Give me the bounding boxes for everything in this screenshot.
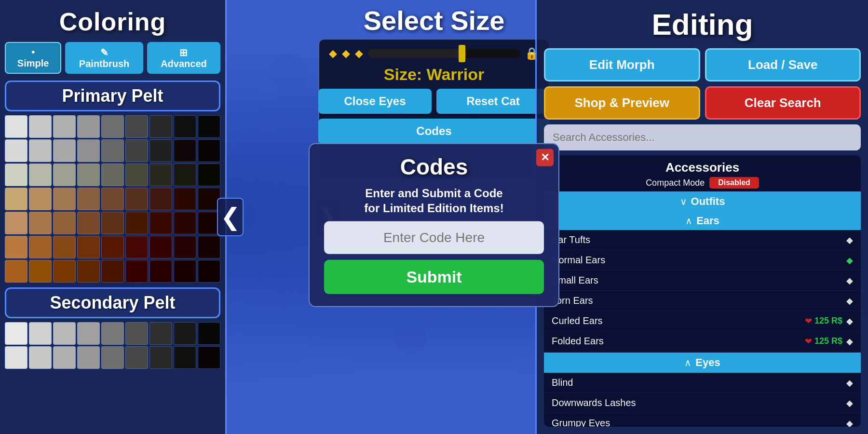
search-accessories-input[interactable] (544, 124, 861, 150)
color-cell[interactable] (125, 236, 148, 258)
color-cell[interactable] (5, 322, 27, 345)
color-cell[interactable] (149, 346, 172, 369)
color-cell[interactable] (5, 163, 27, 186)
color-cell[interactable] (29, 139, 52, 162)
color-cell[interactable] (53, 163, 76, 186)
color-cell[interactable] (174, 236, 196, 258)
color-cell[interactable] (198, 346, 220, 369)
color-cell[interactable] (101, 236, 124, 258)
load-save-button[interactable]: Load / Save (705, 48, 861, 81)
color-cell[interactable] (174, 139, 196, 162)
color-cell[interactable] (174, 163, 196, 186)
color-cell[interactable] (149, 260, 172, 283)
color-cell[interactable] (29, 212, 52, 234)
color-cell[interactable] (174, 115, 196, 138)
color-cell[interactable] (125, 163, 148, 186)
color-cell[interactable] (77, 346, 100, 369)
color-cell[interactable] (101, 322, 124, 345)
color-cell[interactable] (149, 115, 172, 138)
color-cell[interactable] (29, 236, 52, 258)
color-cell[interactable] (77, 163, 100, 186)
paintbrush-mode-button[interactable]: ✎ Paintbrush (65, 42, 143, 74)
color-cell[interactable] (77, 188, 100, 210)
eyes-category-header[interactable]: ∧ Eyes (544, 353, 861, 373)
color-cell[interactable] (5, 236, 27, 258)
color-cell[interactable] (53, 322, 76, 345)
color-cell[interactable] (5, 212, 27, 234)
color-cell[interactable] (125, 115, 148, 138)
outfits-category-header[interactable]: ∨ Outfits (544, 191, 861, 212)
color-cell[interactable] (77, 236, 100, 258)
color-cell[interactable] (198, 139, 220, 162)
color-cell[interactable] (101, 163, 124, 186)
shop-preview-button[interactable]: Shop & Preview (544, 86, 700, 120)
small-ears-item[interactable]: Small Ears ◆ (544, 271, 861, 291)
reset-cat-button[interactable]: Reset Cat (436, 89, 550, 114)
color-cell[interactable] (53, 115, 76, 138)
color-cell[interactable] (174, 212, 196, 234)
color-cell[interactable] (101, 115, 124, 138)
curled-ears-item[interactable]: Curled Ears ❤ 125 R$ ◆ (544, 311, 861, 331)
color-cell[interactable] (29, 346, 52, 369)
advanced-mode-button[interactable]: ⊞ Advanced (147, 42, 220, 74)
color-cell[interactable] (174, 346, 196, 369)
color-cell[interactable] (125, 139, 148, 162)
modal-close-button[interactable]: ✕ (536, 149, 554, 166)
color-cell[interactable] (77, 212, 100, 234)
color-cell[interactable] (77, 139, 100, 162)
color-cell[interactable] (29, 163, 52, 186)
color-cell[interactable] (53, 260, 76, 283)
color-cell[interactable] (77, 322, 100, 345)
color-cell[interactable] (174, 260, 196, 283)
color-cell[interactable] (125, 212, 148, 234)
color-cell[interactable] (149, 139, 172, 162)
ears-subcategory-header[interactable]: ∧ Ears (544, 212, 861, 230)
nav-arrow-left[interactable]: ❮ (217, 198, 244, 236)
color-cell[interactable] (5, 139, 27, 162)
color-cell[interactable] (198, 115, 220, 138)
color-cell[interactable] (174, 322, 196, 345)
color-cell[interactable] (53, 346, 76, 369)
compact-mode-badge[interactable]: Disabled (709, 177, 759, 189)
size-slider-thumb[interactable] (459, 45, 465, 62)
ear-tufts-item[interactable]: Ear Tufts ◆ (544, 230, 861, 250)
color-cell[interactable] (101, 188, 124, 210)
color-cell[interactable] (101, 260, 124, 283)
color-cell[interactable] (125, 188, 148, 210)
color-cell[interactable] (198, 322, 220, 345)
codes-button[interactable]: Codes (318, 119, 550, 144)
color-cell[interactable] (29, 260, 52, 283)
color-cell[interactable] (29, 188, 52, 210)
color-cell[interactable] (53, 139, 76, 162)
color-cell[interactable] (5, 346, 27, 369)
color-cell[interactable] (29, 115, 52, 138)
color-cell[interactable] (5, 188, 27, 210)
color-cell[interactable] (77, 260, 100, 283)
color-cell[interactable] (149, 322, 172, 345)
clear-search-button[interactable]: Clear Search (705, 86, 861, 120)
normal-ears-item[interactable]: Normal Ears ◆ (544, 250, 861, 271)
submit-button[interactable]: Submit (324, 260, 544, 294)
torn-ears-item[interactable]: Torn Ears ◆ (544, 291, 861, 311)
color-cell[interactable] (77, 115, 100, 138)
color-cell[interactable] (198, 260, 220, 283)
color-cell[interactable] (5, 260, 27, 283)
size-slider[interactable] (368, 49, 520, 58)
color-cell[interactable] (149, 188, 172, 210)
color-cell[interactable] (29, 322, 52, 345)
simple-mode-button[interactable]: • Simple (5, 42, 61, 74)
color-cell[interactable] (53, 188, 76, 210)
grumpy-eyes-item[interactable]: Grumpy Eyes ◆ (544, 413, 861, 427)
color-cell[interactable] (149, 163, 172, 186)
color-cell[interactable] (198, 163, 220, 186)
color-cell[interactable] (174, 188, 196, 210)
color-cell[interactable] (125, 322, 148, 345)
color-cell[interactable] (53, 236, 76, 258)
color-cell[interactable] (101, 212, 124, 234)
downwards-lashes-item[interactable]: Downwards Lashes ◆ (544, 393, 861, 413)
blind-item[interactable]: Blind ◆ (544, 373, 861, 393)
color-cell[interactable] (198, 236, 220, 258)
code-input[interactable] (324, 221, 544, 254)
color-cell[interactable] (53, 212, 76, 234)
color-cell[interactable] (125, 346, 148, 369)
